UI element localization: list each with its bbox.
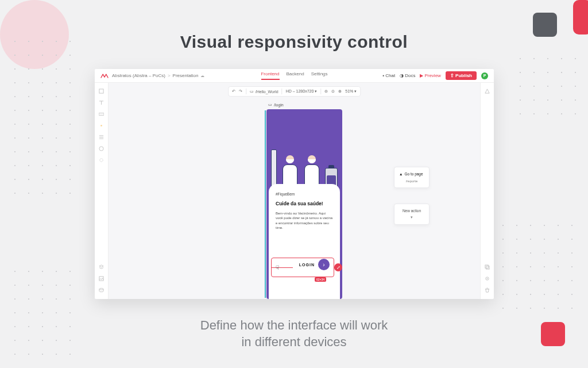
- preview-button[interactable]: ▶Preview: [420, 73, 440, 78]
- decor-dots: [513, 52, 582, 121]
- chevron-down-icon: ▾: [314, 89, 317, 93]
- avatar[interactable]: P: [481, 72, 488, 79]
- chevron-down-icon: ▾: [353, 89, 357, 93]
- zoom-select[interactable]: 51% ▾: [345, 89, 357, 94]
- redo-icon[interactable]: ↷: [239, 89, 242, 94]
- publish-label: Publish: [455, 73, 472, 78]
- svg-point-6: [99, 288, 103, 290]
- page-icon: ▭: [268, 102, 272, 107]
- assets-icon[interactable]: [99, 276, 105, 282]
- login-button-group[interactable]: ☟ LOGIN › ⤢ 62×34: [271, 259, 338, 276]
- login-arrow-button[interactable]: ›: [318, 259, 330, 270]
- hashtag-text: #FiqueBem: [276, 192, 333, 196]
- main-tabs: Frontend Backend Settings: [261, 71, 327, 80]
- mockup-heading: Cuide da sua saúde!: [276, 201, 333, 206]
- hero-title: Visual responsivity control: [0, 32, 588, 52]
- svg-point-10: [486, 278, 488, 279]
- canvas[interactable]: ↶ ↷ ▭/Hello_World HD – 1280x720 ▾ ⊖ ⊙ ⊕ …: [109, 83, 480, 299]
- zoom-out-icon[interactable]: ⊖: [324, 89, 328, 94]
- login-label: LOGIN: [299, 263, 315, 267]
- breadcrumb-workspace[interactable]: Abstratos (Abstra – PoCs): [112, 73, 165, 78]
- upload-icon: ⇧: [450, 73, 455, 78]
- action-card-title: Go to page: [404, 172, 423, 176]
- size-badge: 62×34: [315, 277, 326, 282]
- resize-handle[interactable]: ⤢: [334, 263, 342, 271]
- chat-icon: ▪: [382, 73, 384, 78]
- right-tool-rail: [480, 83, 494, 299]
- tool-input-icon[interactable]: [99, 112, 105, 117]
- tab-settings[interactable]: Settings: [311, 71, 328, 80]
- mockup-body: Bem-vindo ao Vacinômetro. Aqui você pode…: [276, 211, 333, 231]
- left-tool-rail: [95, 83, 109, 299]
- svg-point-2: [100, 125, 102, 126]
- content-sheet: #FiqueBem Cuide da sua saúde! Bem-vindo …: [269, 184, 340, 299]
- tab-backend[interactable]: Backend: [286, 71, 304, 80]
- device-toolbar: ↶ ↷ ▭/Hello_World HD – 1280x720 ▾ ⊖ ⊙ ⊕ …: [228, 86, 361, 97]
- svg-point-4: [99, 159, 102, 162]
- docs-icon: ◑: [400, 73, 404, 78]
- inspector-icon[interactable]: [485, 89, 490, 94]
- tool-select-icon[interactable]: [99, 89, 105, 94]
- tool-component-icon[interactable]: [99, 123, 105, 129]
- route-field[interactable]: ▭/Hello_World: [250, 89, 278, 94]
- chat-label: Chat: [385, 73, 395, 78]
- lock-icon: ⤢: [336, 265, 341, 270]
- hero-subtitle-line: Define how the interface will work: [200, 318, 388, 332]
- tool-shape-icon[interactable]: [99, 146, 105, 152]
- action-card-route: /reporte: [399, 179, 424, 183]
- chevron-down-icon: ▾: [399, 215, 424, 220]
- preview-label: Preview: [424, 73, 440, 78]
- settings-icon[interactable]: [485, 276, 490, 282]
- chevron-right-icon: ›: [323, 262, 324, 268]
- vertical-ruler: [265, 110, 266, 298]
- app-window: Abstratos (Abstra – PoCs) > Presentation…: [95, 69, 494, 299]
- tab-frontend[interactable]: Frontend: [261, 71, 279, 80]
- device-frame[interactable]: #FiqueBem Cuide da sua saúde! Bem-vindo …: [266, 109, 342, 299]
- cursor-pointer-icon: ☟: [276, 264, 279, 271]
- tool-text-icon[interactable]: [99, 100, 105, 106]
- chat-button[interactable]: ▪Chat: [382, 73, 395, 78]
- navigate-icon: ▲: [399, 172, 403, 176]
- play-icon: ▶: [420, 73, 423, 78]
- decor-dots: [496, 218, 582, 310]
- publish-button[interactable]: ⇧ Publish: [446, 71, 477, 80]
- zoom-value: 51%: [345, 89, 353, 93]
- copy-icon[interactable]: [485, 264, 490, 270]
- action-card-goto[interactable]: ▲Go to page /reporte: [394, 167, 430, 188]
- device-select[interactable]: HD – 1280x720 ▾: [286, 89, 318, 94]
- cloud-sync-icon: ☁: [200, 74, 204, 78]
- zoom-in-icon[interactable]: ⊕: [338, 89, 342, 94]
- alignment-guide: [271, 267, 293, 268]
- svg-rect-1: [99, 113, 104, 116]
- svg-rect-0: [99, 89, 103, 93]
- svg-point-3: [99, 147, 103, 151]
- app-logo-icon: [100, 73, 109, 79]
- layers-icon[interactable]: [99, 264, 105, 270]
- decor-dots: [8, 34, 83, 195]
- tool-more-icon[interactable]: [99, 158, 105, 163]
- hero-subtitle: Define how the interface will work in di…: [0, 317, 588, 351]
- undo-icon[interactable]: ↶: [232, 89, 235, 94]
- svg-rect-7: [485, 265, 488, 268]
- breadcrumb-project[interactable]: Presentation: [173, 73, 199, 78]
- docs-label: Docs: [405, 73, 415, 78]
- device-value: HD – 1280x720: [286, 89, 314, 93]
- decor-square-red-top: [573, 0, 588, 34]
- zoom-fit-icon[interactable]: ⊙: [331, 89, 335, 94]
- action-card-new[interactable]: New action ▾: [394, 204, 430, 225]
- topbar: Abstratos (Abstra – PoCs) > Presentation…: [95, 69, 494, 83]
- route-value: /Hello_World: [256, 90, 278, 94]
- hero-subtitle-line: in different devices: [241, 335, 346, 349]
- action-card-title: New action: [403, 209, 421, 213]
- docs-button[interactable]: ◑Docs: [400, 73, 415, 78]
- canvas-page-label[interactable]: ▭ /login: [268, 102, 284, 107]
- hero-illustration: [266, 109, 342, 195]
- tool-list-icon[interactable]: [99, 135, 105, 140]
- data-icon[interactable]: [99, 288, 105, 293]
- trash-icon[interactable]: [485, 288, 490, 293]
- breadcrumb-separator: >: [168, 73, 171, 78]
- canvas-page-name: /login: [274, 103, 284, 107]
- page-icon: ▭: [250, 89, 254, 94]
- svg-rect-8: [486, 266, 489, 269]
